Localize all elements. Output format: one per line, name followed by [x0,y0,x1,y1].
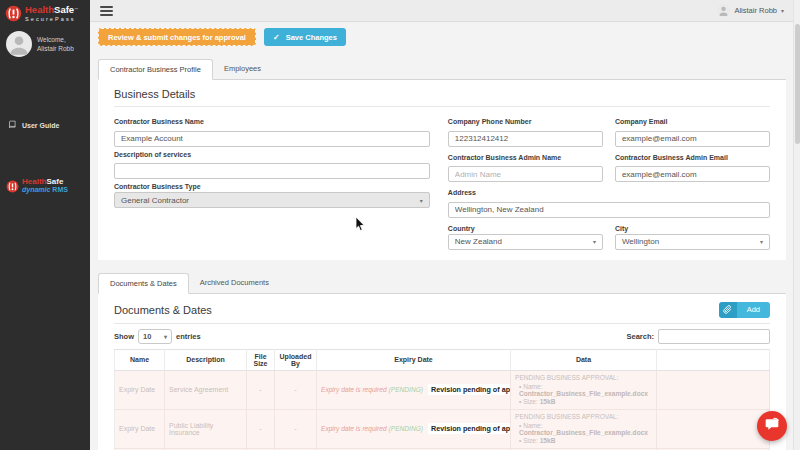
cell-data: PENDING BUSINESS APPROVAL: Name: Contrac… [511,409,657,448]
cell-description[interactable]: Public Liability Insurance [165,409,247,448]
welcome-label: Welcome, [37,35,74,44]
main-content: Review & submit changes for approval ✓ S… [98,22,786,450]
business-name-label: Contractor Business Name [114,118,430,125]
user-menu[interactable]: Alistair Robb ▾ [717,4,790,17]
revision-status: Revision pending of approvement [428,423,511,434]
tab-documents-and-dates[interactable]: Documents & Dates [98,273,189,294]
cell-expiry: Expiry date is required (PENDING) Revisi… [317,370,511,409]
expiry-required-error: Expiry date is required [321,386,387,393]
dynamic-rms-logo-icon [6,180,19,193]
cell-name: Expiry Date [115,409,165,448]
review-submit-button[interactable]: Review & submit changes for approval [98,28,256,46]
col-file-size[interactable]: File Size [247,349,275,370]
sidebar-user: Welcome, Alistair Robb [0,22,90,66]
business-details-title: Business Details [114,88,770,107]
col-data[interactable]: Data [511,349,657,370]
business-profile-card: Contractor Business Profile Employees Bu… [98,58,786,260]
add-button-label: Add [737,302,770,318]
cell-expiry: Expiry date is required (PENDING) Revisi… [317,409,511,448]
scrollbar-thumb[interactable] [795,24,800,144]
company-email-input[interactable] [615,131,770,147]
city-label: City [615,225,770,232]
admin-email-label: Contractor Business Admin Email [615,154,770,161]
chevron-down-icon: ▾ [420,197,423,204]
phone-label: Company Phone Number [448,118,603,125]
col-actions [657,349,770,370]
revision-status: Revision pending of approvement [428,384,511,395]
description-of-services-input[interactable] [114,163,430,179]
user-guide-label: User Guide [22,122,59,129]
country-label: Country [448,225,603,232]
documents-tabs: Documents & Dates Archived Documents [98,272,786,294]
footer-brand-dynamic: dynamic [22,186,50,193]
col-description[interactable]: Description [165,349,247,370]
documents-dates-title: Documents & Dates [114,304,212,316]
expiry-pending-link[interactable]: (PENDING) [389,386,423,393]
chevron-down-icon: ▾ [164,333,167,340]
topbar-user-name: Alistair Robb [734,6,777,15]
footer-brand-safe: Safe [46,177,63,186]
country-select[interactable]: New Zealand ▾ [448,234,603,250]
admin-email-input[interactable] [615,166,770,182]
dynamic-rms-logo: HealthSafe dynamic RMS [0,178,90,194]
phone-input[interactable] [448,131,603,147]
address-input[interactable] [448,202,770,218]
add-document-button[interactable]: Add [719,302,770,318]
brand-tm: ™ [74,7,78,12]
table-row: Expiry Date Service Agreement - - Expiry… [115,370,770,409]
hamburger-menu-icon[interactable] [100,4,113,18]
tab-archived-documents[interactable]: Archived Documents [189,273,280,294]
cell-file-size[interactable]: - [247,370,275,409]
save-changes-button[interactable]: ✓ Save Changes [264,28,346,46]
admin-name-label: Contractor Business Admin Name [448,154,603,161]
expiry-pending-link[interactable]: (PENDING) [389,425,423,432]
pending-file-name: Name: Contractor_Business_File_example.d… [519,383,652,397]
brand-safe: Safe [54,4,74,15]
company-email-label: Company Email [615,118,770,125]
cell-file-size[interactable]: - [247,409,275,448]
profile-tabs: Contractor Business Profile Employees [98,58,786,80]
check-icon: ✓ [273,33,280,42]
search-label: Search: [626,332,654,341]
cell-name: Expiry Date [115,370,165,409]
chevron-down-icon: ▾ [781,7,784,14]
description-of-services-label: Description of services [114,151,430,158]
healthsafe-securepass-logo[interactable]: HealthSafe™ SecurePass [0,0,90,22]
cell-uploaded-by: - [275,409,317,448]
book-icon [8,120,17,130]
topbar-avatar [717,4,730,17]
table-row: Expiry Date Public Liability Insurance -… [115,409,770,448]
chat-bubble-icon [764,416,780,436]
pending-file-size: Size: 15kB [519,398,652,405]
documents-table: Name Description File Size Uploaded By E… [114,349,770,450]
brand-subtitle: SecurePass [25,16,78,22]
tab-employees[interactable]: Employees [213,59,272,80]
chat-widget-button[interactable] [757,411,787,441]
documents-card: Documents & Dates Archived Documents Doc… [98,272,786,450]
cell-description[interactable]: Service Agreement [165,370,247,409]
footer-brand-rms: RMS [52,186,68,193]
table-header-row: Name Description File Size Uploaded By E… [115,349,770,370]
address-label: Address [448,189,770,196]
sidebar-item-user-guide[interactable]: User Guide [0,114,90,136]
search-input[interactable] [658,329,770,344]
sidebar: HealthSafe™ SecurePass Welcome, Alistair… [0,0,90,450]
footer-brand-health: Health [22,177,46,186]
action-buttons: Review & submit changes for approval ✓ S… [98,28,786,46]
col-expiry-date[interactable]: Expiry Date [317,349,511,370]
col-name[interactable]: Name [115,349,165,370]
pending-file-name: Name: Contractor_Business_File_example.d… [519,422,652,436]
business-type-select[interactable]: General Contractor ▾ [114,192,430,208]
city-select[interactable]: Wellington ▾ [615,234,770,250]
admin-name-input[interactable] [448,166,603,182]
business-name-input[interactable] [114,131,430,147]
col-uploaded-by[interactable]: Uploaded By [275,349,317,370]
brand-health: Health [25,4,54,15]
user-avatar [6,31,32,57]
cell-uploaded-by: - [275,370,317,409]
expiry-required-error: Expiry date is required [321,425,387,432]
cell-actions [657,409,770,448]
scrollbar[interactable] [793,0,800,450]
page-size-select[interactable]: 10 ▾ [138,329,172,344]
tab-contractor-business-profile[interactable]: Contractor Business Profile [98,59,213,80]
